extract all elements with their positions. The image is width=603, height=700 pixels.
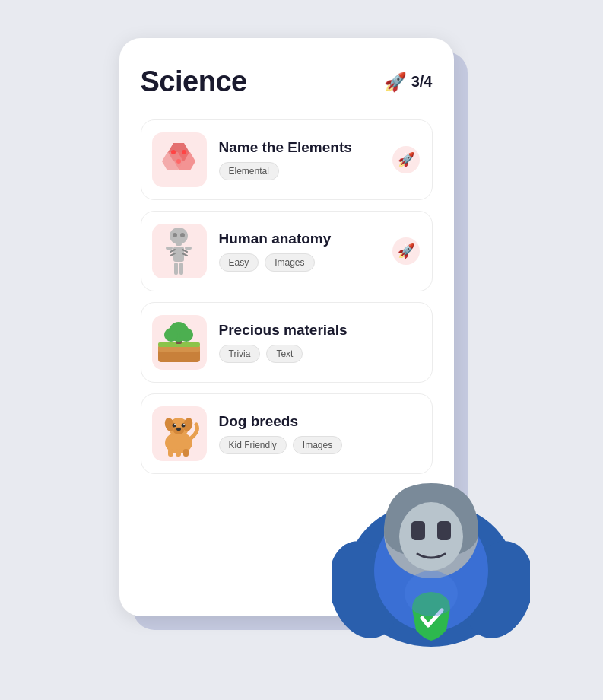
svg-point-6 <box>170 228 188 244</box>
quiz-info-materials: Precious materials Trivia Text <box>219 322 420 363</box>
tag-list-materials: Trivia Text <box>219 345 420 363</box>
svg-point-25 <box>179 328 193 342</box>
tag-list-elements: Elemental <box>219 162 420 180</box>
quiz-item-human-anatomy[interactable]: Human anatomy Easy Images 🚀 <box>141 211 433 291</box>
rocket-badge-icon: 🚀 <box>398 151 414 168</box>
scene: Science 🚀 3/4 <box>119 38 484 662</box>
tag-kid-friendly: Kid Friendly <box>219 436 287 454</box>
svg-point-8 <box>180 233 185 237</box>
materials-thumb-svg <box>154 320 204 365</box>
svg-point-33 <box>182 423 186 427</box>
svg-point-5 <box>176 159 181 164</box>
svg-rect-36 <box>168 449 173 457</box>
anatomy-thumb-svg <box>158 227 200 276</box>
svg-point-35 <box>183 424 185 425</box>
quiz-thumb-elements <box>152 132 207 187</box>
svg-rect-46 <box>437 521 451 540</box>
svg-rect-16 <box>185 247 192 250</box>
quiz-thumb-dog <box>152 406 207 461</box>
quiz-list: Name the Elements Elemental 🚀 <box>141 119 433 474</box>
page-title: Science <box>141 65 247 98</box>
svg-point-44 <box>399 502 463 571</box>
tag-trivia: Trivia <box>219 345 261 363</box>
svg-rect-9 <box>176 243 182 246</box>
svg-rect-17 <box>174 262 178 275</box>
tag-list-anatomy: Easy Images <box>219 253 420 272</box>
progress-text: 3/4 <box>411 73 433 91</box>
quiz-item-name-the-elements[interactable]: Name the Elements Elemental 🚀 <box>141 119 433 200</box>
quiz-rocket-elements: 🚀 <box>392 146 420 173</box>
mascot <box>332 441 530 670</box>
quiz-info-elements: Name the Elements Elemental <box>219 139 420 180</box>
svg-rect-15 <box>166 247 173 250</box>
card-header: Science 🚀 3/4 <box>141 65 433 98</box>
tag-text: Text <box>266 345 303 363</box>
svg-rect-37 <box>176 449 181 457</box>
svg-point-32 <box>173 423 176 427</box>
quiz-name-anatomy: Human anatomy <box>219 231 420 247</box>
quiz-name-dog: Dog breeds <box>219 413 420 430</box>
quiz-name-materials: Precious materials <box>219 322 420 339</box>
rocket-badge-icon-anatomy: 🚀 <box>398 243 414 259</box>
svg-point-34 <box>174 424 176 425</box>
elements-thumb-svg <box>157 137 202 183</box>
quiz-thumb-anatomy <box>152 224 207 278</box>
quiz-thumb-materials <box>152 315 207 370</box>
svg-point-24 <box>164 328 178 342</box>
quiz-info-anatomy: Human anatomy Easy Images <box>219 231 420 272</box>
tag-images-anatomy: Images <box>265 253 314 272</box>
svg-point-31 <box>176 428 181 431</box>
svg-point-47 <box>405 571 458 616</box>
svg-point-7 <box>173 233 177 237</box>
mascot-svg <box>332 441 530 670</box>
quiz-item-precious-materials[interactable]: Precious materials Trivia Text <box>141 302 433 383</box>
svg-rect-45 <box>411 521 425 540</box>
tag-easy: Easy <box>219 253 259 272</box>
tag-elemental: Elemental <box>219 162 279 180</box>
quiz-rocket-anatomy: 🚀 <box>392 237 420 265</box>
quiz-name-elements: Name the Elements <box>219 139 420 156</box>
svg-point-4 <box>182 150 186 154</box>
svg-rect-18 <box>179 262 183 275</box>
rocket-icon: 🚀 <box>384 72 407 93</box>
progress-badge: 🚀 3/4 <box>384 72 433 93</box>
svg-rect-38 <box>183 449 189 457</box>
svg-point-3 <box>171 150 176 154</box>
dog-thumb-svg <box>154 409 204 459</box>
